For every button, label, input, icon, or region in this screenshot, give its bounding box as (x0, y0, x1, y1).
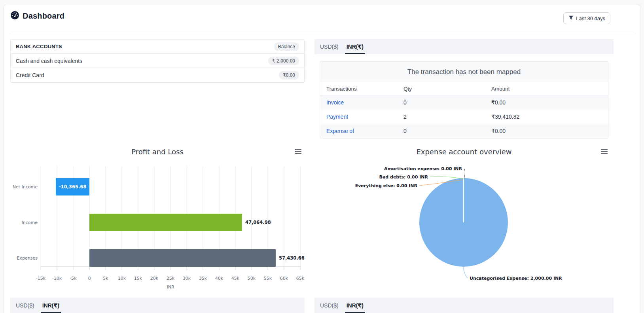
svg-text:0: 0 (88, 276, 91, 281)
tab-usd[interactable]: USD($) (320, 39, 339, 54)
invoice-qty: 0 (403, 99, 491, 106)
table-row: Invoice 0 ₹0.00 (320, 95, 608, 110)
invoice-link[interactable]: Invoice (320, 99, 403, 106)
svg-text:57,430.66: 57,430.66 (279, 255, 305, 261)
pnl-chart-canvas: -15k-10k-5k05k10k15k20k25k30k35k40k45k50… (10, 160, 305, 291)
bank-account-name: Cash and cash equivalents (16, 58, 82, 64)
svg-text:55k: 55k (264, 276, 272, 281)
bank-accounts-title: BANK ACCOUNTS (16, 44, 62, 49)
profit-and-loss-chart: Profit and Loss -15k-10k-5k05k10k15k20k2… (10, 144, 305, 293)
svg-text:45k: 45k (231, 276, 240, 281)
tab-inr[interactable]: INR(₹) (42, 298, 59, 313)
unmapped-transaction-banner: The transaction has not been mapped (320, 62, 608, 82)
currency-tabbar-pnl: USD($) INR(₹) (10, 298, 305, 313)
transactions-table-header: Transactions Qty Amount (320, 82, 608, 95)
svg-text:Everything else: 0.00 INR: Everything else: 0.00 INR (355, 183, 418, 188)
svg-text:-5k: -5k (70, 276, 77, 281)
svg-text:35k: 35k (199, 276, 207, 281)
date-filter-label: Last 30 days (576, 15, 605, 21)
payment-link[interactable]: Payment (320, 114, 403, 120)
payment-qty: 2 (403, 114, 491, 120)
tab-usd[interactable]: USD($) (320, 298, 339, 313)
bank-account-row[interactable]: Cash and cash equivalents ₹-2,000.00 (11, 54, 304, 68)
col-transactions: Transactions (320, 86, 403, 92)
svg-text:50k: 50k (248, 276, 256, 281)
col-qty: Qty (403, 86, 491, 92)
svg-text:40k: 40k (215, 276, 224, 281)
pnl-chart-title: Profit and Loss (10, 148, 305, 156)
dashboard-page: Dashboard Last 30 days BANK ACCOUNTS Bal… (0, 0, 644, 313)
bank-account-balance: ₹0.00 (279, 71, 299, 80)
dashboard-gauge-icon (10, 11, 19, 21)
chart-context-menu-icon[interactable] (295, 149, 301, 154)
bank-account-name: Credit Card (16, 72, 44, 78)
svg-text:INR: INR (167, 285, 174, 290)
svg-text:20k: 20k (150, 276, 159, 281)
page-header: Dashboard Last 30 days (10, 10, 634, 26)
invoice-amount: ₹0.00 (491, 99, 608, 106)
currency-tabbar-transactions: USD($) INR(₹) (314, 39, 614, 54)
table-row: Expense of 0 ₹0.00 (320, 124, 608, 138)
table-row: Payment 2 ₹39,410.82 (320, 110, 608, 124)
tab-usd[interactable]: USD($) (16, 298, 34, 313)
svg-text:-10,365.68: -10,365.68 (59, 184, 87, 190)
currency-tabbar-expense: USD($) INR(₹) (314, 298, 614, 313)
payment-amount: ₹39,410.82 (491, 114, 608, 120)
svg-text:5k: 5k (103, 276, 108, 281)
bank-account-row[interactable]: Credit Card ₹0.00 (11, 68, 304, 82)
header-divider (10, 32, 634, 32)
transactions-table: Transactions Qty Amount Invoice 0 ₹0.00 … (320, 82, 608, 138)
bank-accounts-header-row: BANK ACCOUNTS Balance (11, 40, 304, 54)
svg-text:47,064.98: 47,064.98 (245, 220, 271, 225)
expense-qty: 0 (403, 128, 491, 134)
svg-text:Income: Income (22, 220, 38, 225)
bank-account-balance: ₹-2,000.00 (268, 57, 299, 65)
balance-column-header: Balance (274, 42, 299, 51)
svg-text:60k: 60k (280, 276, 288, 281)
svg-text:Amortisation expense: 0.00 INR: Amortisation expense: 0.00 INR (384, 166, 462, 171)
svg-text:Net Income: Net Income (13, 184, 38, 190)
svg-text:-15k: -15k (36, 276, 46, 281)
svg-text:15k: 15k (134, 276, 142, 281)
svg-text:25k: 25k (167, 276, 175, 281)
expense-overview-chart: Expense account overview Amortisation ex… (314, 144, 614, 293)
tab-inr[interactable]: INR(₹) (347, 298, 364, 313)
bank-accounts-card: BANK ACCOUNTS Balance Cash and cash equi… (10, 39, 305, 83)
col-amount: Amount (491, 86, 608, 92)
svg-text:30k: 30k (183, 276, 191, 281)
transactions-panel: The transaction has not been mapped Tran… (320, 61, 608, 138)
svg-text:-10k: -10k (52, 276, 62, 281)
expense-amount: ₹0.00 (491, 128, 608, 134)
svg-text:Bad debts: 0.00 INR: Bad debts: 0.00 INR (379, 175, 428, 180)
svg-text:65k: 65k (296, 276, 305, 281)
pie-chart-canvas: Amortisation expense: 0.00 INRBad debts:… (314, 144, 614, 293)
svg-text:Expenses: Expenses (17, 256, 38, 261)
page-title: Dashboard (23, 11, 64, 21)
date-filter-button[interactable]: Last 30 days (563, 12, 610, 24)
svg-text:10k: 10k (118, 276, 126, 281)
page-title-wrap: Dashboard (10, 11, 64, 21)
expense-link[interactable]: Expense of (320, 128, 403, 134)
filter-funnel-icon (568, 15, 574, 21)
svg-text:Uncategorised Expense: 2,000.0: Uncategorised Expense: 2,000.00 INR (470, 276, 562, 281)
tab-inr[interactable]: INR(₹) (347, 39, 364, 54)
